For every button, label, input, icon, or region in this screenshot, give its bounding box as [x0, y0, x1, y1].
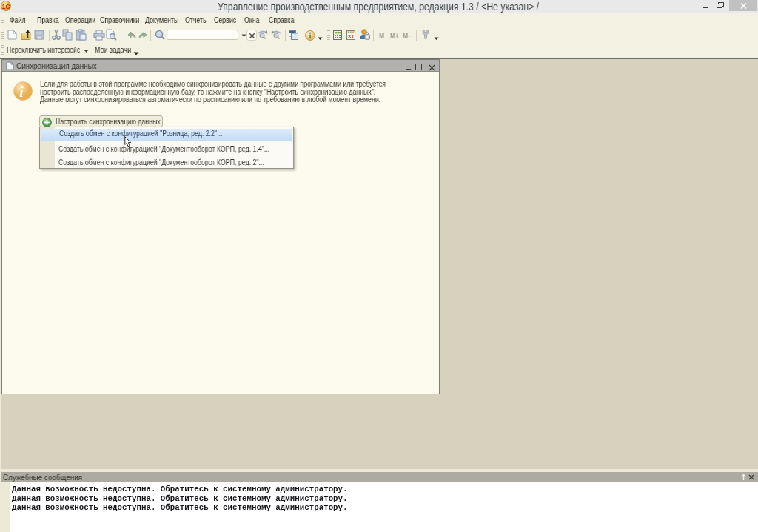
svg-text:i: i [19, 83, 24, 101]
svg-text:1С: 1С [2, 3, 10, 10]
svg-text:31: 31 [348, 33, 355, 40]
